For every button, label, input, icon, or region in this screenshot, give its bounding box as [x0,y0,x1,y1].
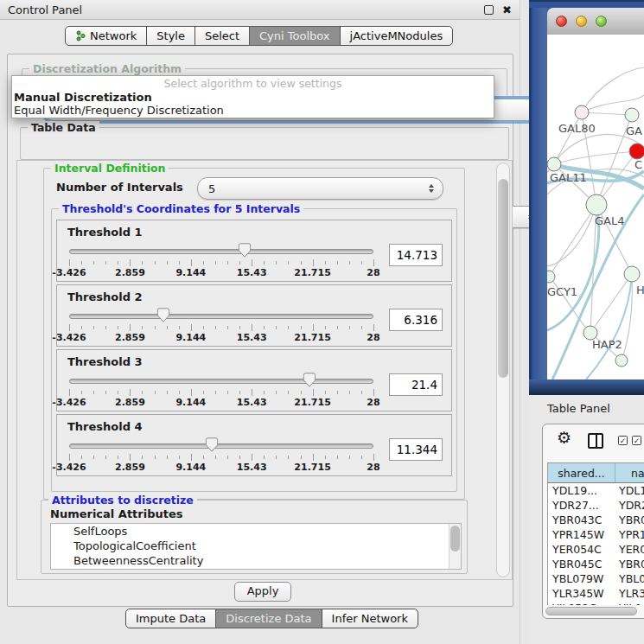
threshold-value-input[interactable] [389,244,443,266]
cell-name[interactable]: YBR0 [615,558,644,571]
cell-name[interactable]: YDR2 [615,499,644,512]
float-window-icon[interactable] [484,5,494,15]
dropdown-option-equal-width-frequency[interactable]: Equal Width/Frequency Discretization [12,104,494,117]
table-row[interactable]: YBR043CYBR0 [548,513,644,527]
minor-tick [203,326,204,329]
zoom-traffic-light-icon[interactable] [596,16,607,27]
slider-thumb[interactable] [157,308,170,322]
cell-name[interactable]: YBR0 [615,513,644,526]
slider-track[interactable] [69,379,373,384]
cell-shared-name[interactable]: YDL19... [548,484,615,497]
vertical-scrollbar-thumb[interactable] [498,179,508,378]
cell-shared-name[interactable]: YLR345W [548,587,615,600]
number-of-intervals-select[interactable]: 5 [197,177,443,200]
major-tick [130,454,131,461]
slider-thumb[interactable] [206,437,219,452]
slider-track[interactable] [69,443,373,449]
column-layout-icon[interactable] [588,433,603,449]
slider-track[interactable] [69,249,373,254]
cell-shared-name[interactable]: YBR043C [548,513,615,526]
table-row[interactable]: YBL079WYBL0 [548,571,644,586]
tab-select[interactable]: Select [194,26,250,46]
minor-tick [337,326,338,329]
slider-ticks [69,324,373,332]
network-canvas[interactable]: GAL80 GA C GAL11 GAL4 GCY1 H HAP2 [547,35,644,379]
table-row[interactable]: YDL19...YDL1 [548,483,644,498]
threshold-value-input[interactable] [389,373,443,396]
cell-shared-name[interactable]: YPR145W [548,528,615,541]
minor-tick [81,261,82,265]
tick-label: 15.43 [237,462,267,473]
threshold-value-input[interactable] [389,309,443,331]
node-red-selected[interactable] [629,143,644,159]
tab-discretize-data[interactable]: Discretize Data [215,609,322,628]
attribute-list-item[interactable]: TopologicalCoefficient [51,539,461,553]
node-label: H [636,284,644,296]
cell-name[interactable]: YLR3 [615,587,644,600]
vertical-scrollbar[interactable] [496,163,510,577]
threshold-panel: Threshold 4 -3.4262.8599.14415.4321.7152… [56,414,452,476]
node-right-mid[interactable] [624,266,640,282]
close-icon[interactable]: ✖ [502,4,512,16]
node-attribute-table[interactable]: shared... na YDL19...YDL1YDR27...YDR2YBR… [547,462,644,605]
tab-impute-data[interactable]: Impute Data [125,609,216,628]
apply-button[interactable]: Apply [234,582,291,602]
attribute-list-item[interactable]: SelfLoops [51,524,461,539]
table-row[interactable]: YER054CYER0 [548,542,644,557]
table-row[interactable]: YBR045CYBR0 [548,557,644,571]
threshold-slider[interactable]: -3.4262.8599.14415.4321.71528 [67,305,379,348]
cell-name[interactable]: YDL1 [615,484,644,497]
table-row[interactable]: YLR345WYLR3 [548,586,644,601]
minor-tick [264,261,265,265]
cell-shared-name[interactable]: YIL052C [548,602,615,605]
tab-style[interactable]: Style [146,26,195,46]
table-row[interactable]: YPR145WYPR1 [548,527,644,542]
threshold-slider[interactable]: -3.4262.8599.14415.4321.71528 [67,370,379,413]
cell-shared-name[interactable]: YBR045C [548,558,615,571]
minimize-traffic-light-icon[interactable] [576,16,587,27]
control-panel-titlebar: Control Panel ✖ [0,0,520,20]
node-gcy1[interactable] [547,271,555,283]
cell-shared-name[interactable]: YDR27... [548,499,615,512]
node-gal11[interactable] [547,157,561,171]
checkbox-icon[interactable]: ✓ [618,436,628,445]
horizontal-scrollbar-thumb[interactable] [545,607,637,615]
major-tick [373,454,374,461]
list-scrollbar[interactable] [449,524,461,569]
tab-label: Discretize Data [226,612,311,625]
tab-infer-network[interactable]: Infer Network [322,609,418,628]
tab-network[interactable]: Network [65,26,147,46]
cell-name[interactable]: YER0 [615,543,644,556]
cell-shared-name[interactable]: YER054C [548,543,615,556]
cell-name[interactable]: YIL0 [615,602,644,605]
column-header-name[interactable]: na [615,463,644,482]
list-scrollbar-thumb[interactable] [450,526,460,552]
threshold-value-input[interactable] [389,438,443,461]
tab-cyni-toolbox[interactable]: Cyni Toolbox [249,26,341,46]
node-gal80[interactable] [575,105,589,119]
cell-name[interactable]: YBL0 [615,572,644,585]
dropdown-option-manual-discretization[interactable]: Manual Discretization [12,91,494,104]
tab-jactivemnodules[interactable]: jActiveMNodules [340,26,454,46]
node-top-right[interactable] [625,108,639,122]
checkbox-icon[interactable]: ✓ [632,436,641,445]
numerical-attributes-list[interactable]: SelfLoopsTopologicalCoefficientBetweenne… [50,523,462,570]
threshold-slider[interactable]: -3.4262.8599.14415.4321.71528 [67,240,379,284]
attribute-list-item[interactable]: BetweennessCentrality [51,553,461,568]
table-row[interactable]: YDR27...YDR2 [548,498,644,513]
gear-icon[interactable]: ⚙ [557,430,571,446]
threshold-slider[interactable]: -3.4262.8599.14415.4321.71528 [67,435,379,478]
network-window-titlebar[interactable] [547,8,644,35]
column-header-shared-name[interactable]: shared... [548,463,615,482]
table-row[interactable]: YIL052CYIL0 [548,601,644,605]
slider-track[interactable] [69,314,373,319]
slider-thumb[interactable] [303,373,316,387]
cell-name[interactable]: YPR1 [615,528,644,541]
cell-shared-name[interactable]: YBL079W [548,572,615,585]
tick-label: 2.859 [115,462,145,473]
node-bottom[interactable] [615,354,628,367]
tick-label: 28 [367,332,379,343]
slider-thumb[interactable] [239,243,252,258]
node-gal4[interactable] [586,194,607,215]
close-traffic-light-icon[interactable] [556,16,567,27]
